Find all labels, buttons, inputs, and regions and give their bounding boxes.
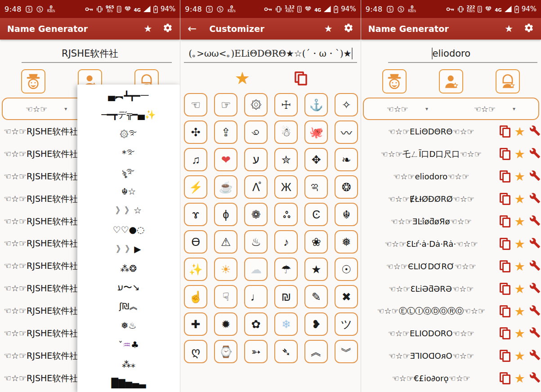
wrench-icon[interactable]	[529, 170, 541, 183]
symbol-button[interactable]: ❄	[274, 312, 298, 336]
list-item[interactable]: ☜☆☞€£io∂orǫ☜☆☞ ★	[361, 367, 541, 390]
wrench-icon[interactable]	[529, 125, 541, 138]
symbol-button[interactable]: ☝	[184, 285, 207, 308]
settings-gear-icon[interactable]	[163, 23, 173, 35]
symbol-button[interactable]: ☉	[335, 258, 358, 281]
symbol-button[interactable]: 〰	[335, 120, 358, 144]
symbol-button[interactable]: ✚	[184, 312, 207, 336]
popup-option[interactable]: ☬☆	[77, 182, 180, 201]
symbol-button[interactable]: ஃ	[274, 203, 298, 226]
symbol-button[interactable]: ⚓	[304, 93, 328, 116]
symbol-button[interactable]: ✨	[184, 258, 207, 281]
symbol-button[interactable]: ✧	[335, 93, 358, 116]
favorite-star-icon[interactable]: ★	[514, 327, 525, 339]
favorite-star-icon[interactable]: ★	[514, 170, 525, 183]
popup-option[interactable]: *࿐	[77, 144, 180, 163]
symbol-button[interactable]: 🐙	[304, 120, 328, 144]
popup-option[interactable]: █▇▅▄▃	[77, 374, 180, 392]
symbol-button[interactable]: ✥	[304, 148, 328, 171]
symbol-button[interactable]: ✿	[244, 312, 268, 336]
wrench-icon[interactable]	[529, 237, 541, 250]
copy-icon[interactable]	[500, 372, 510, 384]
wrench-icon[interactable]	[529, 215, 541, 228]
symbol-button[interactable]: ☜	[184, 93, 207, 116]
popup-option[interactable]: ﬠ〜↘	[77, 278, 180, 297]
wrench-icon[interactable]	[529, 260, 541, 273]
copy-icon[interactable]	[500, 305, 510, 317]
symbol-button[interactable]: ✹	[214, 312, 237, 336]
symbol-button[interactable]: ✮	[274, 148, 298, 171]
copy-icon[interactable]	[500, 260, 510, 272]
copy-icon[interactable]	[500, 238, 510, 250]
list-item[interactable]: ☜☆☞ƐĿiƏƌƏRƏ☜☆☞ ★	[361, 277, 541, 300]
wrench-icon[interactable]	[529, 147, 541, 160]
symbol-button[interactable]: ☟	[214, 285, 237, 308]
favorite-star-icon[interactable]: ★	[514, 350, 525, 362]
copy-icon[interactable]	[500, 350, 510, 362]
popup-option[interactable]: ʃ₪︽	[77, 297, 180, 316]
symbol-button[interactable]: ︾	[335, 340, 358, 363]
popup-option[interactable]: ❅♨	[77, 316, 180, 335]
favorite-star-icon[interactable]: ★	[514, 193, 525, 205]
suffix-dropdown[interactable]: ☜☆☞ ▾	[451, 104, 538, 114]
symbol-button[interactable]: ➴	[274, 340, 298, 363]
wrench-icon[interactable]	[529, 282, 541, 295]
symbol-button[interactable]: ۞	[244, 93, 268, 116]
copy-icon[interactable]	[500, 193, 510, 205]
symbol-button[interactable]: ✣	[184, 120, 207, 144]
symbol-button[interactable]: ☀	[214, 258, 237, 281]
symbol-button[interactable]: ❥	[304, 312, 328, 336]
symbol-button[interactable]: ⚡	[184, 175, 207, 199]
list-item[interactable]: ☜☆☞ELIODORO☜☆☞ ★	[361, 322, 541, 345]
favorite-star-icon[interactable]: ★	[514, 148, 525, 160]
favorite-star-icon[interactable]: ★	[514, 125, 525, 138]
copy-icon[interactable]	[500, 215, 510, 227]
symbol-button[interactable]: ⚠	[214, 230, 237, 254]
popup-option[interactable]: ৡ࿐	[77, 163, 180, 182]
symbol-button[interactable]: ɤ	[184, 203, 207, 226]
symbol-button[interactable]: ☃	[274, 120, 298, 144]
symbol-button[interactable]: ☕	[214, 175, 237, 199]
symbol-button[interactable]: ꩜	[244, 120, 268, 144]
symbol-button[interactable]: ϕ	[214, 203, 237, 226]
symbol-button[interactable]: ✖	[335, 285, 358, 308]
favorites-button[interactable]: ★	[505, 24, 513, 34]
symbol-button[interactable]: Ͼ	[304, 203, 328, 226]
female-style-button[interactable]	[496, 69, 520, 94]
back-arrow-icon[interactable]: ←	[188, 23, 197, 34]
popup-option[interactable]: ˇ♒♣	[77, 335, 180, 355]
symbol-button[interactable]: ఇ	[304, 175, 328, 199]
popup-option[interactable]: ♡♡●◌	[77, 220, 180, 240]
joker-style-button[interactable]	[21, 69, 45, 94]
list-item[interactable]: ☜☆☞ELiΘDΘRΘ☜☆☞ ★	[361, 120, 541, 143]
popup-option[interactable]: ⁂⁎	[77, 354, 180, 374]
list-item[interactable]: ☜☆☞ƎꞀIOꓷOᴙO☜☆☞ ★	[361, 345, 541, 367]
list-item[interactable]: ☜☆☞ɆŁƗØĐØRØ☜☆☞ ★	[361, 188, 541, 210]
symbol-button[interactable]: ♩	[244, 285, 268, 308]
popup-option[interactable]: 》》☆	[77, 201, 180, 221]
popup-option[interactable]: ▄︻┻┳━一	[77, 86, 180, 106]
copy-icon[interactable]	[500, 125, 510, 138]
symbol-button[interactable]: ★	[304, 258, 328, 281]
list-item[interactable]: ☜☆☞乇ㄥĨ口D口尺口☜☆☞ ★	[361, 143, 541, 165]
symbol-button[interactable]: ☂	[274, 258, 298, 281]
symbol-button[interactable]: ♨	[244, 230, 268, 254]
symbol-button[interactable]: ♫	[184, 148, 207, 171]
male-style-button[interactable]	[439, 69, 463, 94]
wrench-icon[interactable]	[529, 327, 541, 340]
wrench-icon[interactable]	[529, 372, 541, 385]
symbol-button[interactable]: ღ	[184, 340, 207, 363]
symbol-button[interactable]: ♪	[274, 230, 298, 254]
popup-option[interactable]: ۞࿐	[77, 125, 180, 144]
copy-icon[interactable]	[500, 170, 510, 183]
list-item[interactable]: ☜☆☞ЄLIƠDƠRƠ☜☆☞ ★	[361, 255, 541, 277]
favorite-star-button[interactable]: ★	[235, 70, 250, 87]
symbol-button[interactable]: ☁	[244, 258, 268, 281]
symbol-button[interactable]: ⌚	[214, 340, 237, 363]
name-input-left[interactable]: RJSHE软件社	[0, 45, 180, 65]
favorite-star-icon[interactable]: ★	[514, 372, 525, 384]
list-item[interactable]: ☜☆☞ƎĿîøƌøЯø☜☆☞ ★	[361, 210, 541, 233]
symbol-button[interactable]: ➳	[244, 340, 268, 363]
symbol-button[interactable]: ❀	[304, 230, 328, 254]
favorites-button[interactable]: ★	[144, 24, 152, 34]
